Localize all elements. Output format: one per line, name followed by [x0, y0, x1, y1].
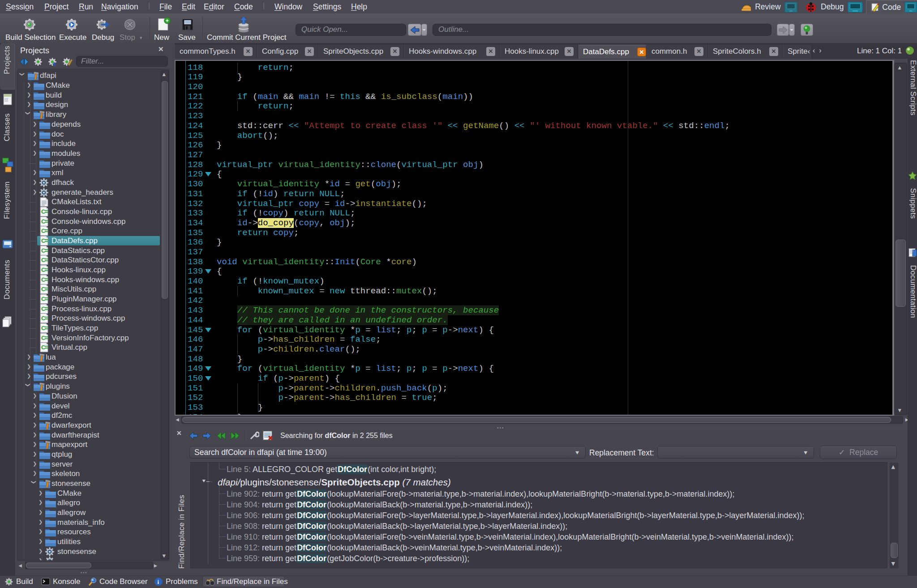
svg-text:C: C [41, 247, 46, 254]
svg-text:C: C [41, 237, 46, 244]
svg-text:i: i [158, 579, 159, 585]
svg-text:C: C [41, 335, 46, 341]
svg-text:C: C [41, 325, 46, 331]
svg-text:C: C [41, 266, 46, 273]
svg-text:C: C [41, 305, 46, 312]
svg-text:C: C [41, 296, 46, 302]
svg-text:C: C [41, 218, 46, 225]
svg-text:C: C [41, 276, 46, 283]
svg-text:C: C [41, 344, 46, 351]
svg-text:C: C [41, 315, 46, 322]
svg-text:C: C [41, 257, 46, 263]
svg-text:C: C [41, 208, 46, 215]
svg-text:C: C [41, 227, 46, 234]
svg-text:C: C [41, 286, 46, 292]
